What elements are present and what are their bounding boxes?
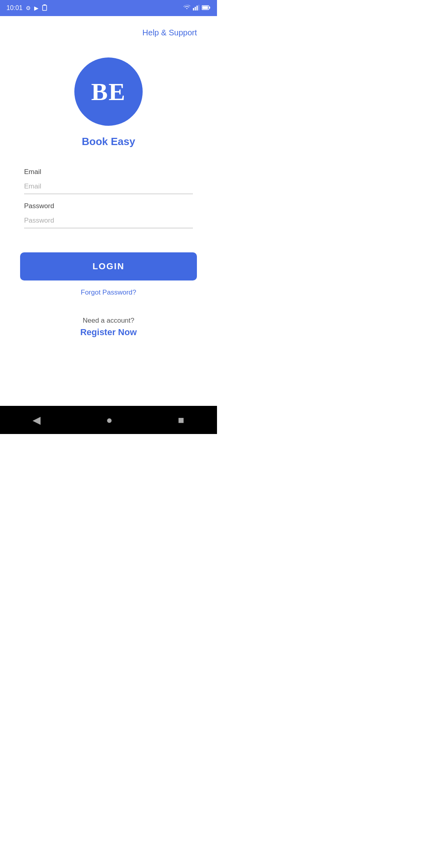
recent-button[interactable]: ■ xyxy=(178,414,184,426)
forgot-password-link[interactable]: Forgot Password? xyxy=(81,289,136,297)
svg-rect-2 xyxy=(193,8,194,10)
password-field-group: Password xyxy=(24,202,193,228)
svg-rect-3 xyxy=(195,7,196,10)
need-account-text: Need a account? xyxy=(83,317,135,325)
help-support-link[interactable]: Help & Support xyxy=(142,28,197,37)
app-name: Book Easy xyxy=(82,135,135,148)
email-input[interactable] xyxy=(24,179,193,194)
wifi-icon xyxy=(183,5,190,12)
register-now-link[interactable]: Register Now xyxy=(80,327,137,338)
password-input[interactable] xyxy=(24,213,193,228)
main-content: Help & Support BE Book Easy Email Passwo… xyxy=(0,16,217,406)
logo-initials: BE xyxy=(91,78,126,106)
logo-circle: BE xyxy=(74,57,143,126)
logo-section: BE Book Easy xyxy=(20,45,197,168)
status-right xyxy=(183,5,211,12)
clipboard-icon xyxy=(42,4,47,12)
home-icon: ● xyxy=(106,414,113,426)
settings-icon: ⚙ xyxy=(26,5,31,11)
svg-rect-8 xyxy=(209,7,211,9)
back-icon: ◀ xyxy=(33,414,41,426)
password-label: Password xyxy=(24,202,193,210)
recent-icon: ■ xyxy=(178,414,184,426)
email-field-group: Email xyxy=(24,168,193,194)
svg-rect-5 xyxy=(199,5,200,10)
register-section: Need a account? Register Now xyxy=(20,317,197,338)
nav-bar: ◀ ● ■ xyxy=(0,406,217,434)
signal-icon xyxy=(193,5,199,12)
login-section: LOGIN Forgot Password? xyxy=(20,252,197,297)
back-button[interactable]: ◀ xyxy=(33,414,41,426)
svg-rect-0 xyxy=(43,5,47,10)
svg-rect-7 xyxy=(203,6,208,9)
status-left: 10:01 ⚙ ▶ xyxy=(6,4,47,12)
login-form: Email Password xyxy=(20,168,197,236)
help-support-section: Help & Support xyxy=(20,16,197,45)
svg-rect-4 xyxy=(197,6,198,10)
svg-rect-1 xyxy=(43,4,46,6)
status-time: 10:01 xyxy=(6,4,23,12)
email-label: Email xyxy=(24,168,193,176)
battery-icon xyxy=(202,5,211,11)
status-bar: 10:01 ⚙ ▶ xyxy=(0,0,217,16)
home-button[interactable]: ● xyxy=(106,414,113,426)
login-button[interactable]: LOGIN xyxy=(20,252,197,280)
play-protect-icon: ▶ xyxy=(34,5,39,11)
